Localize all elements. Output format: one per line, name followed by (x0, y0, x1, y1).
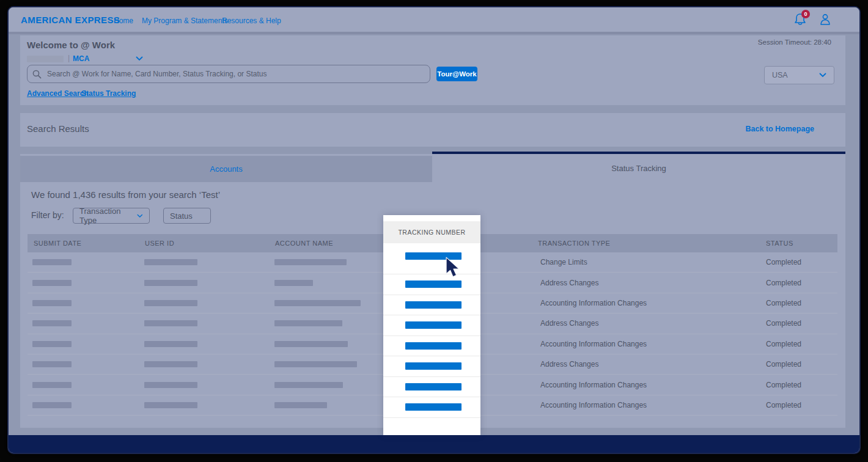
tab-accounts[interactable]: Accounts (20, 156, 432, 182)
status-cell: Completed (766, 258, 801, 266)
status-cell: Completed (766, 381, 801, 389)
chevron-down-icon (137, 214, 143, 218)
filter-transaction-type-label: Transaction Type (79, 207, 132, 225)
country-select[interactable]: USA (764, 66, 834, 84)
country-select-value: USA (772, 71, 788, 79)
redacted-account-name-bar (274, 341, 348, 347)
nav-item-home[interactable]: Home (114, 16, 133, 25)
redacted-submit-date-bar (32, 300, 72, 306)
strip-row-divider (383, 274, 480, 274)
program-separator: | (68, 54, 70, 62)
tracking-number-link-bar[interactable] (405, 362, 462, 370)
redacted-user-id-bar (144, 300, 197, 306)
status-cell: Completed (766, 299, 801, 307)
nav-item-resources-help[interactable]: Resources & Help (222, 16, 281, 25)
user-icon[interactable] (819, 13, 831, 26)
redacted-user-id-bar (144, 320, 197, 326)
redacted-account-name-bar (274, 361, 357, 367)
strip-row-divider (383, 397, 480, 397)
tracking-number-column-highlight: TRACKING NUMBER (383, 215, 480, 435)
search-results-bar: Search Results Back to Homepage (20, 113, 845, 147)
tracking-number-link-bar[interactable] (405, 321, 462, 329)
redacted-submit-date-bar (32, 259, 72, 265)
strip-row-divider (383, 295, 480, 295)
transaction-type-cell: Accounting Information Changes (540, 401, 647, 409)
nav-item-my-program-statements[interactable]: My Program & Statements (142, 16, 228, 25)
redacted-submit-date-bar (32, 320, 72, 326)
redacted-account-name-bar (274, 320, 342, 326)
tracking-number-link-bar[interactable] (405, 342, 462, 350)
redacted-user-id-bar (144, 259, 197, 265)
redacted-company-name-bar (27, 56, 64, 62)
filter-status[interactable]: Status (163, 208, 211, 224)
notification-badge: 0 (801, 10, 810, 18)
session-timeout: Session Timeout: 28:40 (758, 38, 831, 46)
tracking-number-link-bar[interactable] (405, 403, 462, 411)
transaction-type-cell: Address Changes (540, 319, 598, 328)
transaction-type-cell: Address Changes (540, 279, 598, 287)
redacted-account-name-bar (274, 382, 343, 388)
strip-row-divider (383, 336, 480, 336)
column-header-user-id: USER ID (145, 240, 174, 247)
redacted-account-name-bar (274, 280, 313, 286)
column-header-status: STATUS (766, 240, 793, 247)
filter-by-label: Filter by: (31, 210, 64, 220)
redacted-submit-date-bar (32, 341, 72, 347)
filter-status-label: Status (170, 211, 193, 221)
column-header-account-name: ACCOUNT NAME (275, 240, 333, 247)
strip-row-divider (383, 315, 480, 315)
strip-row-divider (383, 356, 480, 356)
amex-logo: AMERICAN EXPRESS (21, 15, 120, 25)
status-tracking-link[interactable]: Status Tracking (81, 89, 136, 98)
status-cell: Completed (766, 360, 801, 369)
filter-transaction-type[interactable]: Transaction Type (73, 208, 150, 224)
column-header-tracking-number: TRACKING NUMBER (383, 221, 480, 243)
page-title: Welcome to @ Work (27, 40, 115, 50)
column-header-transaction-type: TRANSACTION TYPE (538, 240, 610, 247)
redacted-user-id-bar (144, 402, 197, 408)
tracking-number-link-bar[interactable] (405, 301, 462, 309)
results-summary: We found 1,436 results from your search … (31, 189, 220, 200)
redacted-user-id-bar (144, 382, 197, 388)
status-cell: Completed (766, 319, 801, 328)
search-results-title: Search Results (27, 123, 89, 134)
cursor-icon (444, 257, 462, 277)
search-input[interactable] (27, 65, 430, 83)
strip-row-divider (383, 376, 480, 377)
transaction-type-cell: Change Limits (540, 258, 587, 266)
redacted-submit-date-bar (32, 382, 72, 388)
program-selector[interactable]: MCA (73, 54, 89, 63)
redacted-submit-date-bar (32, 361, 72, 367)
redacted-account-name-bar (274, 300, 361, 306)
status-cell: Completed (766, 340, 801, 348)
chevron-down-icon (819, 73, 826, 78)
welcome-panel: Welcome to @ Work Session Timeout: 28:40… (20, 35, 845, 105)
search-icon (32, 70, 42, 79)
strip-row-divider (383, 417, 480, 418)
back-to-homepage-link[interactable]: Back to Homepage (745, 125, 814, 133)
nav-divider (9, 32, 859, 34)
redacted-user-id-bar (144, 280, 197, 286)
redacted-submit-date-bar (32, 402, 72, 408)
tracking-number-link-bar[interactable] (405, 383, 462, 391)
footer-band (9, 435, 859, 453)
tracking-number-link-bar[interactable] (405, 280, 462, 288)
redacted-submit-date-bar (32, 280, 72, 286)
status-cell: Completed (766, 279, 801, 287)
redacted-user-id-bar (144, 361, 197, 367)
transaction-type-cell: Accounting Information Changes (540, 340, 647, 348)
tour-at-work-button[interactable]: Tour@Work (436, 67, 477, 81)
status-cell: Completed (766, 401, 801, 409)
transaction-type-cell: Accounting Information Changes (540, 299, 647, 307)
redacted-user-id-bar (144, 341, 197, 347)
redacted-account-name-bar (274, 259, 347, 265)
column-header-submit-date: SUBMIT DATE (34, 240, 81, 247)
transaction-type-cell: Accounting Information Changes (540, 381, 647, 389)
app-window: AMERICAN EXPRESS Home My Program & State… (7, 6, 861, 454)
redacted-account-name-bar (274, 402, 327, 408)
chevron-down-icon[interactable] (136, 56, 143, 61)
advanced-search-link[interactable]: Advanced Search (27, 89, 89, 98)
tab-status-tracking[interactable]: Status Tracking (432, 154, 845, 182)
transaction-type-cell: Address Changes (540, 360, 598, 369)
top-nav (9, 7, 859, 32)
